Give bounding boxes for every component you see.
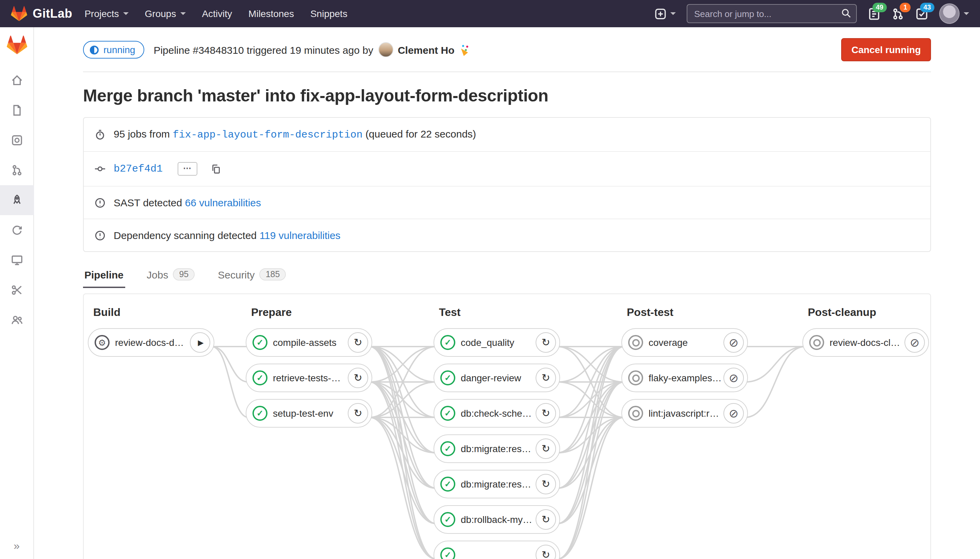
gitlab-home-link[interactable]: GitLab <box>11 6 72 21</box>
status-badge[interactable]: running <box>83 41 144 59</box>
cancel-running-button[interactable]: Cancel running <box>841 38 931 61</box>
job-pill[interactable]: lint:javascript:r…⊘ <box>621 399 748 428</box>
job-label: db:check-sche… <box>461 408 533 419</box>
todos-button[interactable]: 43 <box>916 7 928 20</box>
pipeline-tabs: Pipeline Jobs95 Security185 <box>83 268 931 288</box>
job-label: danger-review <box>461 372 533 383</box>
alert-icon <box>95 197 106 208</box>
dependency-vulnerabilities-link[interactable]: 119 vulnerabilities <box>260 230 341 241</box>
status-manual-icon: ⚙ <box>95 335 110 350</box>
commit-icon <box>95 164 106 174</box>
gitlab-tanuki-icon <box>11 6 27 21</box>
commit-sha-link[interactable]: b27ef4d1 <box>114 163 163 175</box>
author-name[interactable]: Clement Ho <box>398 44 455 56</box>
sidebar-item-environments[interactable] <box>0 245 34 275</box>
security-count-badge: 185 <box>260 268 286 281</box>
monitor-icon <box>10 254 23 266</box>
job-pill[interactable]: ✓code_quality↻ <box>434 328 560 357</box>
home-icon <box>10 74 23 86</box>
play-button[interactable]: ▶ <box>190 332 210 353</box>
job-label: lint:javascript:r… <box>648 408 721 419</box>
job-pill[interactable]: review-docs-cl…⊘ <box>802 328 929 357</box>
job-pill[interactable]: ✓db:migrate:res…↻ <box>434 470 560 498</box>
search-input[interactable] <box>687 4 857 23</box>
status-success-icon: ✓ <box>441 406 455 421</box>
branch-link[interactable]: fix-app-layout-form-description <box>173 129 362 141</box>
status-success-icon: ✓ <box>252 406 267 421</box>
job-pill[interactable]: ✓db:rollback-my…↻ <box>434 505 560 534</box>
retry-button[interactable]: ↻ <box>536 403 556 423</box>
retry-button[interactable]: ↻ <box>536 438 556 459</box>
job-pill[interactable]: flaky-examples…⊘ <box>621 364 748 392</box>
party-popper-icon <box>459 45 469 55</box>
job-label: code_quality <box>461 337 533 348</box>
project-sidebar: » <box>0 27 34 559</box>
job-pill[interactable]: ✓db:migrate:res…↻ <box>434 434 560 463</box>
retry-button[interactable]: ↻ <box>536 509 556 530</box>
author-avatar[interactable] <box>379 42 394 57</box>
cancel-button[interactable]: ⊘ <box>723 368 744 388</box>
sidebar-item-snippets[interactable] <box>0 275 34 305</box>
sast-row: SAST detected 66 vulnerabilities <box>84 186 931 218</box>
retry-button[interactable]: ↻ <box>348 368 368 388</box>
retry-button[interactable]: ↻ <box>536 474 556 495</box>
nav-snippets[interactable]: Snippets <box>310 8 347 19</box>
sidebar-item-members[interactable] <box>0 305 34 335</box>
tab-pipeline[interactable]: Pipeline <box>83 269 125 288</box>
project-tanuki-icon[interactable] <box>7 35 27 55</box>
sidebar-item-merge-requests[interactable] <box>0 155 34 185</box>
job-pill[interactable]: ✓compile-assets↻ <box>246 328 372 357</box>
commit-row: b27ef4d1 ⋯ <box>84 151 931 186</box>
nav-groups[interactable]: Groups <box>145 8 186 19</box>
job-pill[interactable]: ✓db:check-sche…↻ <box>434 399 560 428</box>
global-search <box>687 4 857 23</box>
sidebar-item-cicd[interactable] <box>0 185 34 215</box>
status-success-icon: ✓ <box>441 512 455 527</box>
user-menu-button[interactable] <box>939 3 969 24</box>
cancel-button[interactable]: ⊘ <box>723 332 744 353</box>
job-pill[interactable]: ⚙review-docs-d…▶ <box>88 328 214 357</box>
cancel-button[interactable]: ⊘ <box>723 403 744 423</box>
tab-security[interactable]: Security185 <box>216 268 287 288</box>
stage-title: Post-cleanup <box>808 306 929 319</box>
sidebar-collapse-button[interactable]: » <box>13 540 20 552</box>
tab-jobs[interactable]: Jobs95 <box>145 268 196 288</box>
copy-sha-button[interactable] <box>211 164 221 174</box>
sidebar-item-home[interactable] <box>0 65 34 95</box>
timer-icon <box>95 129 106 140</box>
search-icon <box>841 8 851 18</box>
running-spinner-icon <box>90 45 99 54</box>
nav-projects[interactable]: Projects <box>84 8 128 19</box>
sidebar-item-issues[interactable] <box>0 125 34 155</box>
retry-button[interactable]: ↻ <box>536 332 556 353</box>
new-menu-button[interactable] <box>655 8 676 20</box>
jobs-summary-row: 95 jobs from fix-app-layout-form-descrip… <box>84 118 931 151</box>
status-success-icon: ✓ <box>252 370 267 385</box>
merge-requests-button[interactable]: 1 <box>891 7 904 20</box>
status-created-icon <box>628 370 643 385</box>
retry-button[interactable]: ↻ <box>348 403 368 423</box>
retry-button[interactable]: ↻ <box>348 332 368 353</box>
retry-button[interactable]: ↻ <box>536 368 556 388</box>
nav-activity[interactable]: Activity <box>202 8 232 19</box>
job-pill[interactable]: ✓retrieve-tests-…↻ <box>246 364 372 392</box>
pipeline-graph: Build⚙review-docs-d…▶Prepare✓compile-ass… <box>83 293 931 559</box>
sidebar-item-repository[interactable] <box>0 95 34 125</box>
job-pill[interactable]: coverage⊘ <box>621 328 748 357</box>
job-pill[interactable]: ✓setup-test-env↻ <box>246 399 372 428</box>
job-pill[interactable]: ✓↻ <box>434 541 560 559</box>
pipeline-status-bar: running Pipeline #34848310 triggered 19 … <box>83 27 931 72</box>
stage-column: Post-cleanupreview-docs-cl…⊘ <box>802 294 929 364</box>
sast-vulnerabilities-link[interactable]: 66 vulnerabilities <box>185 197 261 208</box>
job-pill[interactable]: ✓danger-review↻ <box>434 364 560 392</box>
sidebar-item-operations[interactable] <box>0 215 34 245</box>
chevron-down-icon <box>180 12 185 15</box>
nav-milestones[interactable]: Milestones <box>248 8 294 19</box>
commit-expand-button[interactable]: ⋯ <box>178 162 197 176</box>
stage-column: Build⚙review-docs-d…▶ <box>88 294 214 364</box>
retry-button[interactable]: ↻ <box>536 545 556 559</box>
issues-dashboard-button[interactable]: 49 <box>868 7 881 20</box>
brand-name: GitLab <box>33 7 72 21</box>
dependency-row: Dependency scanning detected 119 vulnera… <box>84 218 931 251</box>
cancel-button[interactable]: ⊘ <box>904 332 925 353</box>
